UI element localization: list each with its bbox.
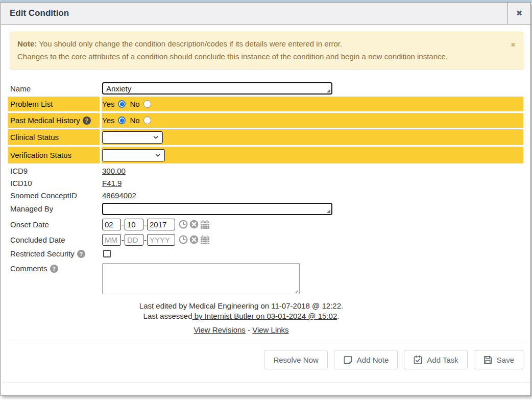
- pmh-yes-option[interactable]: Yes: [102, 116, 126, 125]
- date-separator: -: [144, 236, 147, 244]
- add-note-button-label: Add Note: [357, 356, 389, 364]
- verification-status-select[interactable]: [102, 149, 165, 161]
- yes-option-text: Yes: [102, 116, 114, 125]
- managed-by-input-wrap: [102, 203, 332, 215]
- row-managed-by: Managed By: [8, 202, 523, 216]
- restricted-security-label-text: Restricted Security: [10, 249, 75, 258]
- radio-selected-icon: [118, 100, 126, 108]
- chevron-down-icon: [152, 134, 159, 141]
- note-close-icon[interactable]: [511, 38, 516, 52]
- last-assessed-link[interactable]: by Internist Butler on 03-01-2024 @ 15:0…: [192, 312, 337, 320]
- icd10-label: ICD10: [8, 177, 100, 189]
- note-text-1: You should only change the condition des…: [37, 39, 342, 48]
- dialog-body: Note: You should only change the conditi…: [1, 25, 530, 369]
- clock-icon[interactable]: [179, 235, 188, 244]
- save-floppy-icon: [483, 355, 493, 365]
- managed-by-input[interactable]: [102, 203, 332, 215]
- comments-label: Comments: [8, 262, 100, 273]
- comments-textarea-wrap: [102, 263, 300, 296]
- past-medical-history-label: Past Medical History: [8, 113, 100, 128]
- restricted-security-label: Restricted Security: [8, 248, 100, 260]
- close-icon[interactable]: [507, 3, 530, 24]
- restricted-security-checkbox[interactable]: [103, 250, 111, 257]
- pmh-no-option[interactable]: No: [130, 116, 151, 125]
- problem-list-label: Problem List: [8, 97, 100, 111]
- row-icd9: ICD9 300.00: [8, 165, 523, 176]
- note-line-2: Changes to the core attributes of a cond…: [17, 50, 502, 63]
- add-task-button[interactable]: Add Task: [404, 350, 467, 369]
- row-restricted-security: Restricted Security: [8, 248, 523, 260]
- chevron-down-icon: [154, 152, 161, 159]
- problem-list-yes-option[interactable]: Yes: [102, 100, 126, 108]
- onset-year-input[interactable]: [147, 219, 175, 230]
- date-separator: -: [122, 220, 124, 229]
- save-button[interactable]: Save: [474, 350, 523, 369]
- clinical-status-select[interactable]: [102, 131, 163, 144]
- onset-month-input[interactable]: [102, 219, 121, 230]
- concluded-month-input[interactable]: [102, 234, 121, 246]
- last-assessed-prefix: Last assessed: [143, 312, 192, 320]
- radio-unselected-icon: [143, 100, 151, 108]
- concluded-day-input[interactable]: [125, 234, 143, 246]
- concluded-date-label: Concluded Date: [8, 232, 100, 247]
- row-past-medical-history: Past Medical History Yes No: [8, 113, 523, 128]
- calendar-icon[interactable]: [200, 220, 210, 229]
- snomed-code-link[interactable]: 48694002: [102, 191, 136, 200]
- verification-status-label: Verification Status: [8, 147, 100, 163]
- view-links-link[interactable]: View Links: [252, 325, 288, 334]
- managed-by-label: Managed By: [8, 202, 100, 216]
- calendar-icon[interactable]: [200, 235, 210, 245]
- row-verification-status: Verification Status: [8, 147, 523, 163]
- condition-form: Name Problem List Yes No: [8, 81, 523, 296]
- view-links-line: View Revisions - View Links: [8, 325, 475, 335]
- comments-textarea[interactable]: [102, 263, 300, 294]
- clear-icon[interactable]: [189, 220, 199, 229]
- name-label: Name: [8, 81, 100, 96]
- yes-option-text: Yes: [102, 100, 114, 108]
- help-icon[interactable]: [50, 265, 58, 273]
- radio-unselected-icon: [143, 116, 151, 124]
- dialog-title: Edit Condition: [1, 3, 507, 24]
- resolve-now-button[interactable]: Resolve Now: [264, 350, 327, 369]
- last-assessed-suffix: .: [337, 312, 339, 320]
- add-note-button[interactable]: Add Note: [334, 350, 398, 369]
- icd9-code-link[interactable]: 300.00: [102, 167, 126, 175]
- links-separator: -: [246, 325, 252, 334]
- row-concluded-date: Concluded Date - -: [8, 232, 523, 247]
- problem-list-no-option[interactable]: No: [130, 100, 151, 108]
- calendar-check-icon: [413, 355, 423, 365]
- note-icon: [343, 355, 353, 365]
- view-revisions-link[interactable]: View Revisions: [194, 325, 245, 334]
- row-problem-list: Problem List Yes No: [8, 97, 523, 111]
- no-option-text: No: [130, 100, 139, 108]
- row-name: Name: [8, 81, 523, 96]
- row-comments: Comments: [8, 262, 523, 296]
- clear-icon[interactable]: [189, 235, 199, 244]
- radio-selected-icon: [118, 116, 126, 124]
- note-line-1: Note: You should only change the conditi…: [17, 37, 502, 50]
- date-separator: -: [122, 236, 124, 244]
- icd9-label: ICD9: [8, 165, 100, 176]
- resolve-now-button-label: Resolve Now: [273, 356, 318, 364]
- save-button-label: Save: [497, 356, 514, 364]
- clinical-status-label: Clinical Status: [8, 129, 100, 145]
- name-input[interactable]: [102, 82, 332, 95]
- row-clinical-status: Clinical Status: [8, 129, 523, 145]
- edit-condition-dialog: Edit Condition Note: You should only cha…: [1, 2, 531, 396]
- row-onset-date: Onset Date - -: [8, 217, 523, 231]
- warning-note-banner: Note: You should only change the conditi…: [10, 32, 523, 69]
- help-icon[interactable]: [77, 250, 85, 258]
- row-icd10: ICD10 F41.9: [8, 177, 523, 189]
- name-input-wrap: [102, 82, 332, 95]
- help-icon[interactable]: [83, 116, 91, 125]
- audit-meta: Last edited by Medical Engineering on 11…: [8, 301, 475, 335]
- onset-day-input[interactable]: [125, 219, 143, 230]
- clock-icon[interactable]: [179, 220, 188, 229]
- icd10-code-link[interactable]: F41.9: [102, 179, 122, 187]
- concluded-year-input[interactable]: [147, 234, 175, 246]
- action-button-bar: Resolve Now Add Note Add Task Save: [10, 343, 523, 369]
- add-task-button-label: Add Task: [427, 356, 458, 364]
- onset-date-label: Onset Date: [8, 217, 100, 231]
- dialog-footer: [3, 383, 530, 400]
- snomed-label: Snomed ConceptID: [8, 190, 100, 201]
